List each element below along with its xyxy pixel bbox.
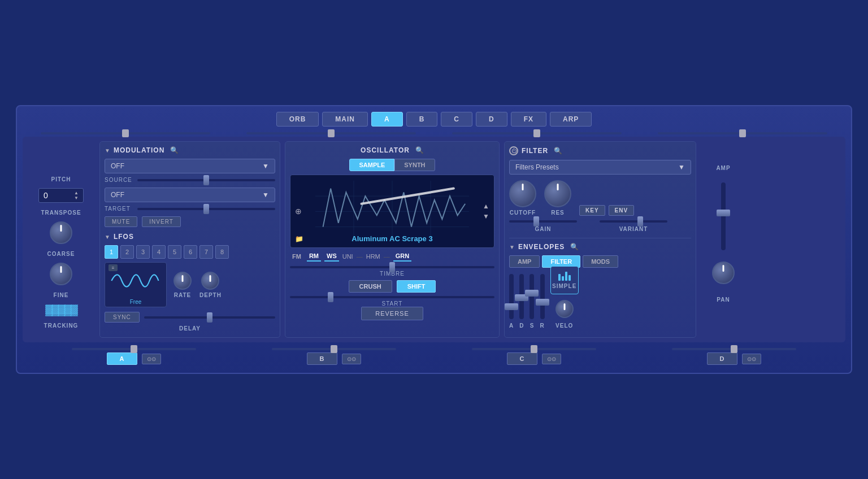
velo-knob[interactable] bbox=[555, 300, 574, 318]
macro-c-link-button[interactable]: ⊙⊙ bbox=[542, 354, 561, 364]
source-slider-thumb[interactable] bbox=[203, 175, 209, 185]
res-knob[interactable] bbox=[544, 180, 571, 207]
crush-button[interactable]: CRUSH bbox=[349, 280, 392, 293]
cutoff-knob[interactable] bbox=[509, 180, 536, 207]
lfo-num-6[interactable]: 6 bbox=[184, 245, 197, 259]
macro-d-controls: D ⊙⊙ bbox=[707, 352, 762, 365]
lfo-depth-knob[interactable] bbox=[201, 272, 219, 290]
modulation-target-label: OFF bbox=[111, 191, 124, 199]
pitch-arrows[interactable]: ▲ ▼ bbox=[74, 190, 79, 201]
delay-slider-thumb[interactable] bbox=[207, 312, 212, 323]
coarse-knob[interactable] bbox=[50, 221, 72, 244]
envelopes-search-icon[interactable]: 🔍 bbox=[570, 243, 579, 251]
tab-fx[interactable]: FX bbox=[511, 112, 546, 127]
mode-ws[interactable]: WS bbox=[324, 251, 339, 262]
oscillator-panel: OSCILLATOR 🔍 SAMPLE SYNTH ⊕ bbox=[285, 141, 500, 338]
start-slider-thumb[interactable] bbox=[328, 292, 333, 302]
mode-rm[interactable]: RM bbox=[307, 251, 321, 262]
modulation-search-icon[interactable]: 🔍 bbox=[170, 146, 179, 154]
gain-label: GAIN bbox=[535, 226, 552, 232]
lfo-num-7[interactable]: 7 bbox=[199, 245, 213, 259]
macro-a-row bbox=[72, 348, 196, 350]
target-slider-thumb[interactable] bbox=[203, 204, 209, 214]
tab-d[interactable]: D bbox=[476, 112, 507, 127]
filter-power-button[interactable]: ⏻ bbox=[509, 146, 518, 155]
timbre-slider-thumb[interactable] bbox=[389, 262, 395, 272]
macro-slider-2-thumb[interactable] bbox=[328, 129, 335, 137]
modulation-source-dropdown[interactable]: OFF ▼ bbox=[105, 159, 275, 173]
env-simple-button[interactable]: SIMPLE bbox=[550, 266, 579, 294]
macro-slider-1-thumb[interactable] bbox=[122, 129, 129, 137]
pan-knob[interactable] bbox=[712, 262, 735, 284]
macro-c-slider-thumb[interactable] bbox=[531, 345, 537, 353]
mode-grn[interactable]: GRN bbox=[393, 251, 411, 262]
env-tab-amp[interactable]: AMP bbox=[509, 255, 540, 268]
tab-c[interactable]: C bbox=[441, 112, 472, 127]
modulation-target-dropdown[interactable]: OFF ▼ bbox=[105, 188, 275, 202]
tab-main[interactable]: MAIN bbox=[322, 112, 368, 127]
mode-fm[interactable]: FM bbox=[290, 252, 303, 261]
env-fader-r-thumb[interactable] bbox=[536, 299, 549, 306]
macro-b-button[interactable]: B bbox=[307, 352, 338, 365]
amp-fader-thumb[interactable] bbox=[717, 210, 730, 216]
macro-slider-3-thumb[interactable] bbox=[533, 129, 540, 137]
fine-knob[interactable] bbox=[50, 263, 72, 285]
tab-b[interactable]: B bbox=[406, 112, 438, 127]
filter-search-icon[interactable]: 🔍 bbox=[554, 147, 562, 155]
pitch-display[interactable]: 0 ▲ ▼ bbox=[38, 188, 84, 203]
simple-bars-icon bbox=[558, 272, 571, 281]
osc-zoom-icon[interactable]: ⊕ bbox=[295, 207, 302, 216]
env-fader-s-thumb[interactable] bbox=[525, 290, 539, 297]
lfo-body: ≡ Free RATE bbox=[105, 262, 275, 307]
tab-orb[interactable]: ORB bbox=[276, 112, 319, 127]
filter-knobs-row: CUTOFF RES KEY ENV bbox=[509, 180, 691, 216]
filter-title: FILTER bbox=[522, 147, 548, 155]
bottom-macros: A ⊙⊙ B ⊙⊙ C ⊙⊙ bbox=[23, 342, 845, 367]
sync-button[interactable]: SYNC bbox=[105, 312, 140, 323]
macro-c-button[interactable]: C bbox=[507, 352, 538, 365]
lfo-num-4[interactable]: 4 bbox=[152, 245, 166, 259]
tab-a[interactable]: A bbox=[371, 112, 403, 127]
gain-slider-thumb[interactable] bbox=[533, 216, 539, 227]
shift-button[interactable]: SHIFT bbox=[397, 280, 436, 293]
modulation-expand-icon[interactable]: ▼ bbox=[105, 147, 110, 154]
env-fader-d-track bbox=[519, 274, 524, 319]
macro-b-link-button[interactable]: ⊙⊙ bbox=[342, 354, 361, 364]
lfos-title: LFOS bbox=[114, 233, 134, 241]
macro-b-slider-thumb[interactable] bbox=[331, 345, 337, 353]
osc-modes-row: FM RM WS UNI — HRM — GRN bbox=[290, 251, 494, 262]
oscillator-search-icon[interactable]: 🔍 bbox=[415, 146, 424, 154]
macro-d-button[interactable]: D bbox=[707, 352, 738, 365]
filter-preset-dropdown[interactable]: Filters Presets ▼ bbox=[509, 160, 691, 175]
lfo-num-1[interactable]: 1 bbox=[105, 245, 118, 259]
macro-slider-4-thumb[interactable] bbox=[739, 129, 746, 137]
env-fader-a-thumb[interactable] bbox=[505, 303, 518, 310]
lfo-rate-knob[interactable] bbox=[173, 272, 192, 290]
env-box[interactable]: ENV bbox=[609, 205, 635, 216]
key-box[interactable]: KEY bbox=[579, 205, 605, 216]
lfos-expand-icon[interactable]: ▼ bbox=[105, 234, 110, 240]
invert-button[interactable]: INVERT bbox=[142, 216, 181, 227]
macro-c-slider-track bbox=[472, 348, 596, 350]
osc-nav-arrows[interactable]: ▲ ▼ bbox=[483, 202, 489, 220]
mode-hrm: HRM bbox=[366, 253, 380, 260]
macro-a-button[interactable]: A bbox=[107, 352, 138, 365]
lfo-num-3[interactable]: 3 bbox=[136, 245, 150, 259]
lfo-num-2[interactable]: 2 bbox=[120, 245, 134, 259]
env-r-label: R bbox=[540, 323, 544, 329]
lfo-num-5[interactable]: 5 bbox=[168, 245, 181, 259]
macro-a-link-button[interactable]: ⊙⊙ bbox=[142, 354, 161, 364]
env-tab-mods[interactable]: MODS bbox=[583, 255, 618, 268]
envelopes-expand-icon[interactable]: ▼ bbox=[509, 244, 515, 250]
tab-arp[interactable]: ARP bbox=[550, 112, 592, 127]
mute-button[interactable]: MUTE bbox=[105, 216, 137, 227]
macro-a-slider-thumb[interactable] bbox=[131, 345, 137, 353]
macro-d-slider-thumb[interactable] bbox=[731, 345, 737, 353]
variant-slider-thumb[interactable] bbox=[637, 216, 643, 227]
sample-tab[interactable]: SAMPLE bbox=[349, 159, 394, 171]
macro-d-link-button[interactable]: ⊙⊙ bbox=[742, 354, 761, 364]
env-fader-d: D bbox=[519, 274, 524, 329]
reverse-button[interactable]: REVERSE bbox=[361, 307, 423, 320]
lfo-num-8[interactable]: 8 bbox=[215, 245, 229, 259]
synth-tab[interactable]: SYNTH bbox=[394, 159, 435, 171]
